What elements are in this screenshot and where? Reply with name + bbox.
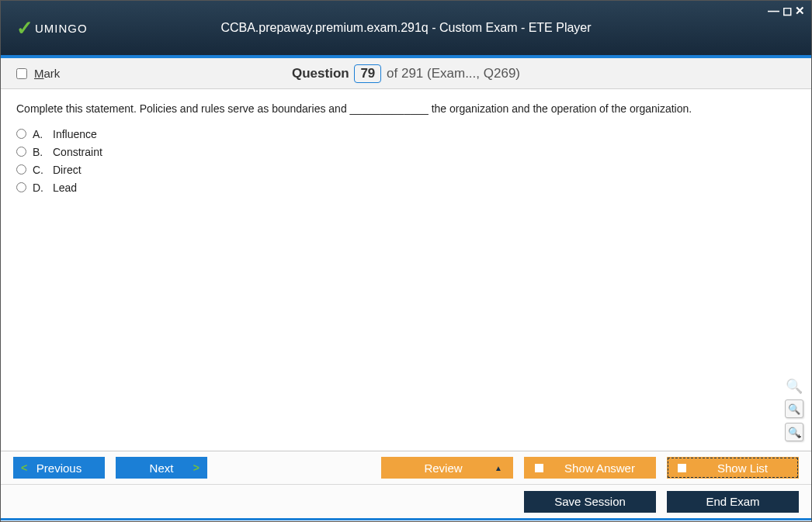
answer-radio[interactable]	[16, 182, 26, 192]
show-list-label: Show List	[686, 462, 799, 475]
close-icon[interactable]: ✕	[795, 4, 805, 18]
previous-label: Previous	[36, 462, 82, 475]
answer-letter: D.	[33, 181, 47, 194]
show-answer-label: Show Answer	[543, 462, 656, 475]
question-text: Complete this statement. Policies and ru…	[16, 102, 796, 117]
end-exam-label: End Exam	[706, 495, 759, 508]
answers-list: A. Influence B. Constraint C. Direct D. …	[16, 128, 796, 194]
window-controls: — ◻ ✕	[768, 4, 805, 18]
review-label: Review	[424, 462, 462, 475]
answer-letter: A.	[33, 128, 47, 140]
answer-radio[interactable]	[16, 147, 26, 157]
answer-letter: B.	[33, 146, 47, 158]
footer: < Previous Next > Review ▲ Show Answer S…	[1, 451, 811, 518]
previous-button[interactable]: < Previous	[13, 457, 105, 479]
answer-radio[interactable]	[16, 129, 26, 139]
question-number-box[interactable]: 79	[354, 64, 381, 83]
minimize-icon[interactable]: —	[768, 4, 779, 18]
app-title: CCBA.prepaway.premium.exam.291q - Custom…	[1, 21, 811, 35]
chevron-right-icon: >	[193, 462, 200, 474]
next-label: Next	[150, 462, 174, 475]
save-session-label: Save Session	[554, 495, 626, 508]
save-session-button[interactable]: Save Session	[524, 491, 656, 513]
answer-radio[interactable]	[16, 164, 26, 175]
logo: ✓ UMINGO	[16, 16, 88, 40]
side-tools: 🔍 🔍+ 🔍-	[785, 378, 803, 441]
search-icon[interactable]: 🔍	[786, 378, 803, 395]
answer-option-b[interactable]: B. Constraint	[16, 146, 796, 158]
footer-row-2: Save Session End Exam	[1, 484, 811, 518]
content-area: Complete this statement. Policies and ru…	[1, 89, 811, 451]
zoom-out-icon[interactable]: 🔍-	[785, 423, 803, 441]
end-exam-button[interactable]: End Exam	[667, 491, 799, 513]
footer-row-1: < Previous Next > Review ▲ Show Answer S…	[1, 451, 811, 484]
show-answer-button[interactable]: Show Answer	[524, 457, 656, 479]
answer-text: Influence	[53, 128, 97, 140]
titlebar: ✓ UMINGO CCBA.prepaway.premium.exam.291q…	[1, 1, 811, 55]
show-list-button[interactable]: Show List	[667, 457, 799, 479]
answer-text: Constraint	[53, 146, 102, 158]
square-icon	[678, 464, 686, 472]
answer-text: Direct	[53, 164, 82, 176]
question-label: Question	[292, 66, 349, 81]
mark-label: Mark	[34, 67, 60, 80]
answer-option-a[interactable]: A. Influence	[16, 128, 796, 140]
answer-option-c[interactable]: C. Direct	[16, 164, 796, 176]
chevron-left-icon: <	[21, 462, 27, 474]
mark-checkbox[interactable]	[16, 68, 27, 79]
answer-option-d[interactable]: D. Lead	[16, 181, 796, 194]
next-button[interactable]: Next >	[116, 457, 207, 479]
info-bar: Mark Question 79 of 291 (Exam..., Q269)	[1, 58, 811, 89]
triangle-up-icon: ▲	[494, 464, 502, 472]
bottom-accent	[1, 518, 811, 520]
review-button[interactable]: Review ▲	[381, 457, 513, 479]
zoom-in-icon[interactable]: 🔍+	[785, 399, 803, 418]
maximize-icon[interactable]: ◻	[783, 4, 792, 18]
answer-text: Lead	[53, 181, 77, 194]
answer-letter: C.	[33, 164, 47, 176]
square-icon	[535, 464, 543, 472]
logo-text: UMINGO	[35, 22, 88, 35]
mark-checkbox-wrap[interactable]: Mark	[13, 66, 60, 81]
logo-check-icon: ✓	[16, 16, 33, 40]
question-indicator: Question 79 of 291 (Exam..., Q269)	[1, 64, 811, 83]
question-of-text: of 291 (Exam..., Q269)	[387, 66, 520, 81]
